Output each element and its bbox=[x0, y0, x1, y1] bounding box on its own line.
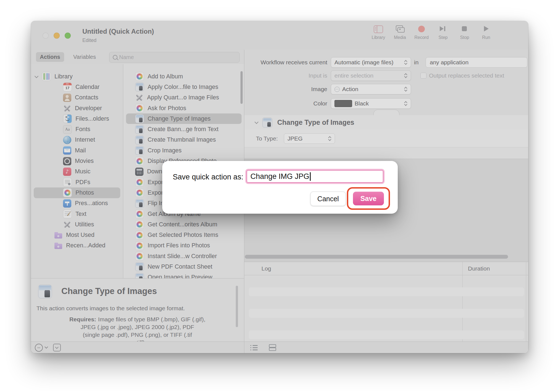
sidebar-item[interactable]: Contacts bbox=[34, 92, 120, 103]
action-item-label: Import Files into Photos bbox=[148, 242, 210, 249]
action-item[interactable]: Apply Quart...o Image Files bbox=[126, 92, 242, 103]
workflow-options-icon[interactable] bbox=[35, 344, 43, 352]
sidebar-item[interactable]: Library bbox=[34, 71, 120, 82]
to-type-popup[interactable]: JPEG bbox=[284, 133, 335, 144]
toolbar-button[interactable]: Stop bbox=[456, 25, 473, 40]
output-replaces-checkbox bbox=[420, 73, 426, 79]
action-item[interactable]: Instant Slide...w Controller bbox=[126, 251, 242, 261]
log-panel-view-icon[interactable] bbox=[269, 344, 276, 351]
sidebar-item[interactable]: Recen...Added bbox=[34, 240, 120, 251]
zoom-button[interactable] bbox=[65, 33, 71, 39]
action-item-icon bbox=[135, 262, 144, 271]
sidebar-item[interactable]: Fonts bbox=[34, 124, 120, 134]
image-label: Image bbox=[244, 86, 327, 92]
toolbar-button[interactable]: Run bbox=[477, 25, 495, 40]
action-item-label: Instant Slide...w Controller bbox=[148, 253, 217, 260]
sidebar-item-label: Pres...ations bbox=[75, 200, 108, 207]
popup-chevrons-icon bbox=[404, 60, 407, 65]
sidebar-item-label: Movies bbox=[75, 158, 94, 165]
action-item[interactable]: Change Type of Images bbox=[126, 113, 242, 124]
actions-scrollbar[interactable] bbox=[240, 71, 243, 104]
sidebar-item-icon bbox=[63, 94, 71, 102]
action-item[interactable]: Open Images in Preview bbox=[126, 272, 242, 278]
toolbar-label: Run bbox=[482, 35, 490, 40]
action-item-label: Open Images in Preview bbox=[148, 274, 212, 278]
toolbar-button[interactable]: Record bbox=[413, 25, 430, 40]
toolbar-label: Record bbox=[414, 35, 429, 40]
action-item[interactable]: Import Files into Photos bbox=[126, 240, 242, 251]
log-column-divider bbox=[526, 262, 526, 342]
collapse-chevron-icon[interactable] bbox=[254, 120, 258, 125]
action-item[interactable]: Apply Color...file to Images bbox=[126, 82, 242, 92]
action-item[interactable]: Create Bann...ge from Text bbox=[126, 124, 242, 134]
sidebar-item[interactable]: Pres...ations bbox=[34, 198, 120, 209]
toolbar-button[interactable]: Step bbox=[434, 25, 452, 40]
description-scrollbar[interactable] bbox=[236, 286, 238, 327]
sidebar-item[interactable]: Files...olders bbox=[34, 113, 120, 124]
minimize-button[interactable] bbox=[54, 33, 60, 39]
log-bottom-bar bbox=[244, 341, 528, 353]
sidebar-item[interactable]: Movies bbox=[34, 156, 120, 166]
log-column-header[interactable]: Log bbox=[261, 265, 271, 272]
save-button[interactable]: Save bbox=[353, 192, 384, 205]
horizontal-scrollbar[interactable] bbox=[245, 255, 508, 259]
sidebar-item[interactable]: Internet bbox=[34, 135, 120, 145]
sidebar-item[interactable]: Music bbox=[34, 166, 120, 177]
sidebar-item-icon bbox=[63, 114, 72, 123]
action-item-icon bbox=[135, 168, 143, 176]
action-item[interactable]: Get Selected Photos Items bbox=[126, 230, 242, 240]
toolbar-label: Stop bbox=[460, 35, 469, 40]
sidebar-item[interactable]: Mail bbox=[34, 145, 120, 156]
action-item[interactable]: New PDF Contact Sheet bbox=[126, 261, 242, 272]
sidebar-item-label: Utilities bbox=[75, 221, 94, 228]
log-list-view-icon[interactable] bbox=[250, 345, 258, 350]
action-item-icon bbox=[135, 199, 144, 208]
action-item[interactable]: Add to Album bbox=[126, 71, 242, 82]
duration-column-header[interactable]: Duration bbox=[468, 265, 490, 272]
chevron-down-icon[interactable] bbox=[45, 346, 48, 349]
sidebar-item[interactable]: Developer bbox=[34, 103, 120, 113]
action-item-label: Ask for Photos bbox=[148, 105, 186, 112]
disclosure-chevron-icon[interactable] bbox=[34, 75, 38, 79]
action-item-label: Expor bbox=[148, 179, 163, 186]
quick-action-name-input[interactable]: Change IMG JPG bbox=[247, 170, 383, 183]
sidebar-item-label: Calendar bbox=[75, 84, 100, 91]
sidebar-item-icon bbox=[63, 168, 71, 176]
toolbar-button[interactable]: Media bbox=[391, 25, 409, 40]
color-popup[interactable]: Black bbox=[331, 98, 411, 109]
sidebar-item-label: PDFs bbox=[75, 179, 90, 186]
action-item-label: Add to Album bbox=[148, 73, 183, 80]
sidebar-item-icon bbox=[63, 199, 71, 208]
action-item-icon bbox=[135, 188, 144, 197]
workflow-input-type-popup[interactable]: Automatic (image files) bbox=[331, 57, 411, 68]
action-item-icon bbox=[135, 125, 144, 134]
close-button[interactable] bbox=[43, 33, 49, 39]
sidebar-item[interactable]: Text bbox=[34, 209, 120, 219]
panel-toggle-icon[interactable] bbox=[53, 344, 61, 351]
sidebar-item-label: Mail bbox=[75, 147, 86, 154]
action-item-icon bbox=[135, 220, 144, 229]
tab-actions[interactable]: Actions bbox=[36, 52, 64, 62]
toolbar-button[interactable]: Library bbox=[370, 25, 387, 40]
application-popup[interactable]: any application bbox=[426, 57, 527, 68]
action-item-icon bbox=[135, 114, 144, 123]
sidebar-item-icon bbox=[63, 178, 72, 187]
action-item[interactable]: Create Thumbnail Images bbox=[126, 135, 242, 145]
sidebar-item[interactable]: Utilities bbox=[34, 219, 120, 230]
search-input[interactable]: Name bbox=[109, 52, 240, 63]
cancel-button[interactable]: Cancel bbox=[310, 192, 346, 206]
sidebar-item[interactable]: PDFs bbox=[34, 177, 120, 187]
action-item[interactable]: Ask for Photos bbox=[126, 103, 242, 113]
image-popup[interactable]: Action bbox=[331, 84, 411, 94]
action-item-label: Create Bann...ge from Text bbox=[148, 126, 219, 133]
sidebar-item[interactable]: Most Used bbox=[34, 230, 120, 240]
action-item-icon bbox=[135, 210, 144, 218]
action-item[interactable]: Crop Images bbox=[126, 145, 242, 156]
sidebar-item[interactable]: Calendar bbox=[34, 82, 120, 92]
sidebar-item-label: Library bbox=[54, 73, 73, 80]
tab-variables[interactable]: Variables bbox=[67, 52, 102, 62]
action-item-icon bbox=[135, 178, 144, 187]
sidebar-item[interactable]: Photos bbox=[34, 187, 120, 198]
action-item[interactable]: Get Content...orites Album bbox=[126, 219, 242, 230]
action-card-header[interactable]: Change Type of Images bbox=[244, 115, 528, 130]
